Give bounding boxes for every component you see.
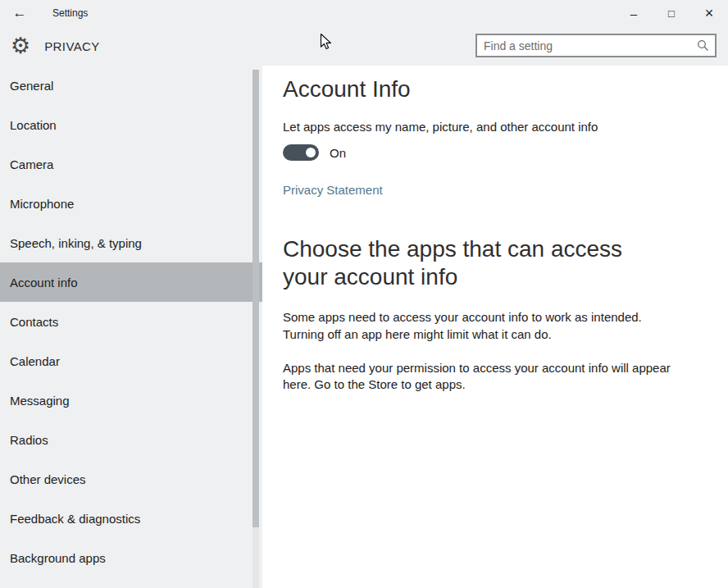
page-title: PRIVACY: [44, 39, 100, 53]
sidebar-item-background-apps[interactable]: Background apps: [0, 538, 262, 577]
sidebar: General Location Camera Microphone Speec…: [0, 66, 262, 588]
maximize-button[interactable]: □: [653, 0, 690, 26]
account-info-toggle-row: On: [283, 144, 703, 161]
toggle-description: Let apps access my name, picture, and ot…: [283, 120, 670, 134]
back-icon: ←: [13, 5, 27, 21]
sidebar-scrollbar-thumb[interactable]: [253, 70, 259, 527]
sidebar-scrollbar[interactable]: [253, 70, 259, 588]
paragraph-permission-store: Apps that need your permission to access…: [283, 360, 671, 394]
sidebar-item-radios[interactable]: Radios: [0, 420, 262, 459]
toggle-knob: [306, 148, 316, 157]
back-button[interactable]: ←: [0, 0, 39, 26]
privacy-statement-link[interactable]: Privacy Statement: [283, 183, 383, 197]
account-info-toggle[interactable]: [283, 144, 319, 161]
minimize-button[interactable]: –: [615, 0, 653, 26]
gear-icon: ⚙: [11, 35, 30, 57]
search-icon[interactable]: [697, 39, 709, 52]
search-box[interactable]: [475, 34, 717, 57]
sidebar-item-account-info[interactable]: Account info: [0, 262, 262, 302]
paragraph-apps-need-access: Some apps need to access your account in…: [283, 309, 671, 343]
sidebar-item-feedback-diagnostics[interactable]: Feedback & diagnostics: [0, 499, 262, 538]
titlebar: ← Settings – □ ×: [0, 0, 728, 26]
toggle-state-label: On: [330, 146, 346, 160]
main-content: Account Info Let apps access my name, pi…: [262, 66, 728, 588]
sidebar-item-messaging[interactable]: Messaging: [0, 381, 262, 420]
section-heading-choose-apps: Choose the apps that can access your acc…: [283, 235, 670, 290]
sidebar-item-general[interactable]: General: [0, 66, 262, 105]
search-input[interactable]: [477, 39, 697, 52]
sidebar-item-contacts[interactable]: Contacts: [0, 302, 262, 341]
page-header: ⚙ PRIVACY: [0, 26, 728, 66]
sidebar-item-speech-inking-typing[interactable]: Speech, inking, & typing: [0, 223, 262, 262]
window-controls: – □ ×: [615, 0, 728, 26]
sidebar-item-location[interactable]: Location: [0, 105, 262, 144]
section-heading-account-info: Account Info: [283, 76, 670, 103]
sidebar-item-microphone[interactable]: Microphone: [0, 184, 262, 223]
close-button[interactable]: ×: [690, 0, 728, 26]
sidebar-item-calendar[interactable]: Calendar: [0, 341, 262, 381]
sidebar-item-camera[interactable]: Camera: [0, 144, 262, 184]
window-title: Settings: [52, 7, 88, 19]
sidebar-item-other-devices[interactable]: Other devices: [0, 459, 262, 499]
